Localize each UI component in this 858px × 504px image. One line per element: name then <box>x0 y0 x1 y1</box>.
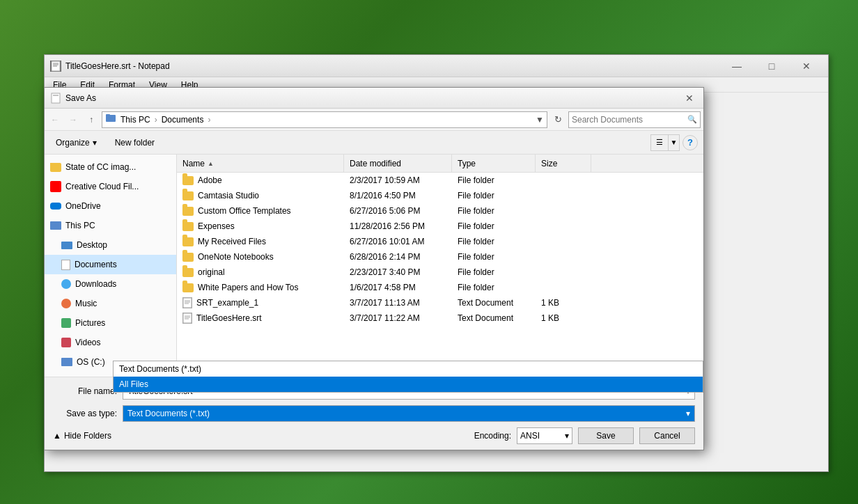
search-box[interactable]: 🔍 <box>568 111 701 128</box>
table-row[interactable]: Adobe 2/3/2017 10:59 AM File folder <box>177 173 703 188</box>
col-header-type[interactable]: Type <box>452 155 536 172</box>
folder-icon <box>182 253 194 262</box>
sidebar-item-label-desktop: Desktop <box>77 240 107 250</box>
save-type-dropdown: Text Documents (*.txt) All Files <box>113 361 703 393</box>
sidebar-item-this-pc[interactable]: This PC <box>45 216 176 235</box>
folder-icon <box>182 222 194 231</box>
address-bar[interactable]: This PC › Documents › ▼ <box>102 111 547 128</box>
table-row[interactable]: My Received Files 6/27/2016 10:01 AM Fil… <box>177 234 703 249</box>
search-icon[interactable]: 🔍 <box>687 115 697 124</box>
cancel-btn[interactable]: Cancel <box>639 427 695 444</box>
table-row[interactable]: OneNote Notebooks 6/28/2016 2:14 PM File… <box>177 249 703 265</box>
download-icon <box>61 279 71 289</box>
save-type-row: Save as type: Text Documents (*.txt) ▾ <box>53 404 695 423</box>
folder-icon <box>182 191 194 200</box>
dropdown-item-all[interactable]: All Files <box>114 377 703 392</box>
cc-icon <box>50 181 61 192</box>
notepad-minimize-btn[interactable]: — <box>721 59 753 73</box>
address-dropdown-chevron[interactable]: ▼ <box>536 115 544 125</box>
table-row[interactable]: Expenses 11/28/2016 2:56 PM File folder <box>177 219 703 234</box>
forward-btn[interactable]: → <box>65 112 81 127</box>
pc-icon <box>50 221 61 230</box>
sidebar-item-state-cc[interactable]: State of CC imag... <box>45 157 176 177</box>
save-type-chevron-icon: ▾ <box>686 409 690 418</box>
hide-folders-chevron-icon: ▲ <box>53 431 61 441</box>
bottom-actions: ▲ Hide Folders Encoding: ANSI ▾ Save Can… <box>53 426 695 446</box>
notepad-maximize-btn[interactable]: □ <box>756 59 788 73</box>
sidebar-item-label-music: Music <box>75 299 97 308</box>
table-row[interactable]: Camtasia Studio 8/1/2016 4:50 PM File fo… <box>177 188 703 203</box>
dialog-title-icon <box>50 93 61 104</box>
col-header-size[interactable]: Size <box>536 155 591 172</box>
view-chevron-btn[interactable]: ▼ <box>668 135 679 150</box>
file-list-header: Name ▲ Date modified Type Size <box>177 155 703 173</box>
encoding-select[interactable]: ANSI ▾ <box>517 427 572 444</box>
svg-rect-8 <box>183 298 192 308</box>
dialog-title-text: Save As <box>65 93 681 103</box>
notepad-titlebar: TitleGoesHere.srt - Notepad — □ ✕ <box>45 55 828 77</box>
search-input[interactable] <box>572 115 687 125</box>
sidebar-item-music[interactable]: Music <box>45 294 176 313</box>
sidebar-item-documents[interactable]: Documents <box>45 255 176 274</box>
breadcrumb-documents[interactable]: Documents <box>160 115 205 125</box>
organize-btn[interactable]: Organize ▾ <box>50 134 102 151</box>
new-folder-btn[interactable]: New folder <box>108 134 162 151</box>
notepad-close-btn[interactable]: ✕ <box>790 59 822 73</box>
up-btn[interactable]: ↑ <box>84 112 99 127</box>
dropdown-item-txt[interactable]: Text Documents (*.txt) <box>114 361 703 377</box>
pictures-icon <box>61 318 71 328</box>
breadcrumb-this-pc[interactable]: This PC <box>119 115 152 125</box>
sidebar-item-onedrive[interactable]: OneDrive <box>45 196 176 216</box>
sidebar-item-pictures[interactable]: Pictures <box>45 313 176 333</box>
col-type-label: Type <box>458 159 476 168</box>
file-cell-name: Adobe <box>177 173 344 188</box>
sort-arrow: ▲ <box>208 160 214 167</box>
view-icon-btn[interactable]: ☰ <box>651 135 668 150</box>
table-row[interactable]: TitleGoesHere.srt 3/7/2017 11:22 AM Text… <box>177 310 703 326</box>
address-bar-icon <box>105 113 116 126</box>
table-row[interactable]: White Papers and How Tos 1/6/2017 4:58 P… <box>177 280 703 295</box>
col-size-label: Size <box>541 159 557 168</box>
sidebar-item-videos[interactable]: Videos <box>45 333 176 352</box>
sidebar-item-downloads[interactable]: Downloads <box>45 274 176 294</box>
dialog-bottom: File name: TitleGoesHere.srt ▾ Save as t… <box>45 377 703 450</box>
desktop-icon <box>61 242 72 249</box>
table-row[interactable]: Custom Office Templates 6/27/2016 5:06 P… <box>177 203 703 219</box>
hide-folders-btn[interactable]: ▲ Hide Folders <box>53 431 111 441</box>
folder-icon <box>182 268 194 277</box>
col-header-date[interactable]: Date modified <box>344 155 452 172</box>
sidebar-item-desktop[interactable]: Desktop <box>45 235 176 255</box>
save-type-select[interactable]: Text Documents (*.txt) ▾ <box>123 405 695 422</box>
encoding-label: Encoding: <box>474 431 511 441</box>
doc-icon <box>182 297 192 308</box>
file-cell-name: Custom Office Templates <box>177 203 344 219</box>
file-pane: Name ▲ Date modified Type Size <box>177 155 703 377</box>
folder-icon <box>50 163 61 172</box>
table-row[interactable]: original 2/23/2017 3:40 PM File folder <box>177 265 703 280</box>
help-btn[interactable]: ? <box>682 135 698 150</box>
osdrive-icon <box>61 358 72 366</box>
notepad-icon <box>50 61 61 72</box>
table-row[interactable]: SRT_example_1 3/7/2017 11:13 AM Text Doc… <box>177 295 703 310</box>
save-btn[interactable]: Save <box>578 427 634 444</box>
file-cell-name: White Papers and How Tos <box>177 280 344 295</box>
back-btn[interactable]: ← <box>47 112 63 127</box>
encoding-chevron-icon: ▾ <box>565 431 569 441</box>
folder-icon <box>182 237 194 246</box>
sidebar-item-label-documents: Documents <box>75 260 117 269</box>
file-cell-name: OneNote Notebooks <box>177 249 344 265</box>
refresh-btn[interactable]: ↻ <box>550 112 566 127</box>
file-cell-name: Camtasia Studio <box>177 188 344 203</box>
onedrive-icon <box>50 203 61 210</box>
sidebar-item-creative-cloud[interactable]: Creative Cloud Fil... <box>45 177 176 196</box>
notepad-title: TitleGoesHere.srt - Notepad <box>65 61 721 71</box>
col-header-name[interactable]: Name ▲ <box>177 155 344 172</box>
sidebar-item-label-os: OS (C:) <box>77 357 105 367</box>
music-icon <box>61 299 71 308</box>
dialog-titlebar: Save As ✕ <box>45 88 703 109</box>
dialog-close-btn[interactable]: ✕ <box>681 91 698 105</box>
sidebar-item-label-downloads: Downloads <box>75 279 116 289</box>
dialog-toolbar: ← → ↑ This PC › Documents › ▼ ↻ 🔍 <box>45 109 703 131</box>
file-cell-name: original <box>177 265 344 280</box>
save-as-dialog: Save As ✕ ← → ↑ This PC › Documents › ▼ … <box>44 87 704 450</box>
